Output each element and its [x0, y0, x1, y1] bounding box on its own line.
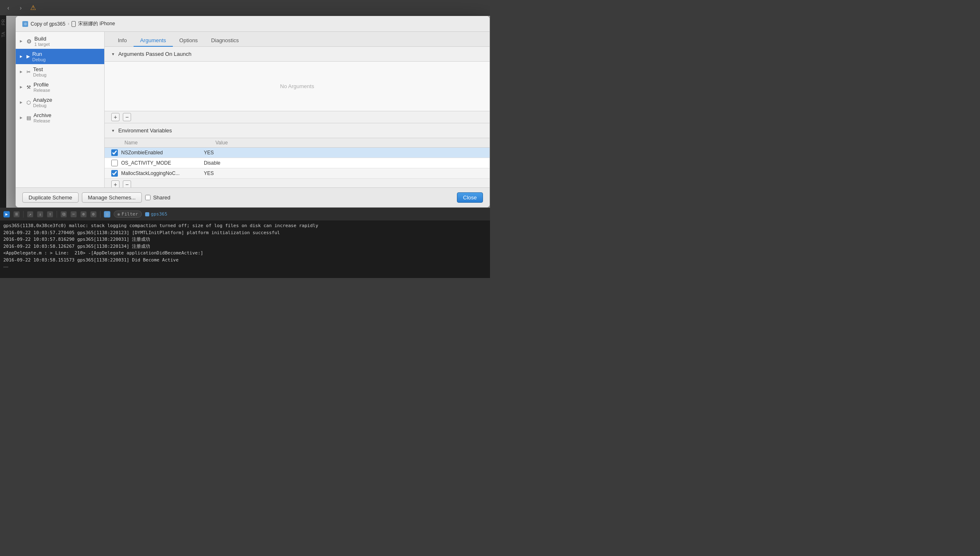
arguments-section-title: Arguments Passed On Launch — [118, 51, 191, 57]
console-step-out-button[interactable]: ↑ — [47, 211, 53, 218]
console-scheme-icon: ◎ — [104, 211, 110, 218]
console-scissors-button[interactable]: ✂ — [70, 211, 77, 218]
console-pause-button[interactable]: ⏸ — [13, 211, 20, 218]
profile-icon: ⚒ — [26, 84, 31, 90]
shared-label: Shared — [153, 194, 170, 201]
scheme-item-archive[interactable]: ▶ ▤ Archive Release — [16, 110, 104, 125]
env-section-header[interactable]: ▼ Environment Variables — [105, 123, 490, 138]
args-area: No Arguments — [105, 62, 490, 111]
scheme-item-run[interactable]: ▶ ▶ Run Debug — [16, 49, 104, 64]
console-location-button[interactable]: ⊕ — [80, 211, 87, 218]
top-toolbar: ‹ › ⚠ — [0, 0, 490, 16]
modal-body: ▶ ⚙ Build 1 target ▶ ▶ Run Debug — [16, 32, 490, 187]
modal-overlay: ◎ Copy of gps365 › 宋丽娜的 iPhone ▶ ⚙ Build… — [0, 16, 490, 208]
env-row-malloc[interactable]: MallocStackLoggingNoC... YES — [105, 168, 490, 179]
scheme-item-profile-label: Profile Release — [33, 81, 100, 93]
env-remove-button[interactable]: − — [123, 180, 131, 187]
env-name-nszombie: NSZombieEnabled — [121, 150, 204, 156]
shared-container: Shared — [145, 194, 170, 201]
panel-content: ▼ Arguments Passed On Launch No Argument… — [105, 47, 490, 187]
console-copy-button[interactable]: ⧉ — [60, 211, 67, 218]
env-name-activity-mode: OS_ACTIVITY_MODE — [121, 160, 204, 166]
tab-options[interactable]: Options — [173, 35, 205, 47]
scheme-item-build-label: Build 1 target — [34, 36, 100, 47]
console-filter[interactable]: ◉ Filter — [114, 211, 142, 218]
scheme-item-build[interactable]: ▶ ⚙ Build 1 target — [16, 34, 104, 49]
right-panel: Info Arguments Options Diagnostics ▼ Arg… — [105, 32, 490, 187]
env-checkbox-activity-mode[interactable] — [111, 160, 118, 166]
env-checkbox-nszombie[interactable] — [111, 149, 118, 156]
scheme-icon: ◎ — [22, 21, 28, 27]
tab-bar: Info Arguments Options Diagnostics — [105, 32, 490, 47]
scheme-item-test[interactable]: ▶ ✂ Test Debug — [16, 64, 104, 79]
arguments-section-header[interactable]: ▼ Arguments Passed On Launch — [105, 47, 490, 62]
console-step-over-button[interactable]: ↗ — [27, 211, 33, 218]
env-col-name-header: Name — [124, 140, 215, 146]
scheme-arrow-analyze: ▶ — [20, 101, 24, 104]
nav-forward-button[interactable]: › — [16, 3, 26, 13]
warning-icon: ⚠ — [28, 3, 38, 13]
tab-info[interactable]: Info — [111, 35, 134, 47]
scheme-item-analyze-label: Analyze Debug — [33, 97, 100, 108]
console-play-button[interactable]: ▶ — [3, 211, 10, 218]
device-icon — [72, 21, 76, 27]
scheme-arrow-run: ▶ — [20, 55, 24, 58]
breadcrumb-device: 宋丽娜的 iPhone — [78, 20, 115, 27]
modal-footer: Duplicate Scheme Manage Schemes... Share… — [16, 187, 490, 207]
scheme-editor-modal: ◎ Copy of gps365 › 宋丽娜的 iPhone ▶ ⚙ Build… — [15, 16, 490, 208]
close-button[interactable]: Close — [457, 192, 483, 203]
filter-icon: ◉ — [117, 212, 120, 216]
scheme-arrow-archive: ▶ — [20, 116, 24, 120]
console-step-into-button[interactable]: ↓ — [37, 211, 43, 218]
scheme-item-archive-label: Archive Release — [33, 112, 100, 123]
nav-back-button[interactable]: ‹ — [3, 3, 13, 13]
run-icon: ▶ — [26, 54, 30, 59]
console-line-5: <AppDelegate.m : > Line: 210> -[AppDeleg… — [3, 250, 487, 257]
tab-arguments[interactable]: Arguments — [134, 35, 173, 47]
env-add-button[interactable]: + — [111, 180, 120, 187]
manage-schemes-button[interactable]: Manage Schemes... — [82, 192, 142, 203]
env-value-malloc: YES — [204, 170, 483, 176]
args-add-button[interactable]: + — [111, 113, 120, 121]
env-add-remove-bar: + − — [105, 179, 490, 187]
scheme-item-analyze[interactable]: ▶ ⬡ Analyze Debug — [16, 95, 104, 110]
env-name-malloc: MallocStackLoggingNoC... — [121, 170, 204, 176]
console-line-1: gps365(1138,0x38ce3fc0) malloc: stack lo… — [3, 223, 487, 230]
modal-header: ◎ Copy of gps365 › 宋丽娜的 iPhone — [16, 16, 490, 32]
scheme-item-test-label: Test Debug — [33, 66, 100, 77]
test-icon: ✂ — [26, 69, 31, 75]
breadcrumb: ◎ Copy of gps365 › 宋丽娜的 iPhone — [22, 20, 115, 27]
scheme-item-profile[interactable]: ▶ ⚒ Profile Release — [16, 79, 104, 95]
console-divider-2 — [57, 211, 57, 218]
scheme-arrow-test: ▶ — [20, 70, 24, 74]
console-line-3: 2016-09-22 10:03:57.816290 gps365[1138:2… — [3, 236, 487, 243]
console-divider-1 — [23, 211, 24, 218]
scheme-list: ▶ ⚙ Build 1 target ▶ ▶ Run Debug — [16, 32, 105, 187]
console-line-6: 2016-09-22 10:03:58.151573 gps365[1138:2… — [3, 257, 487, 264]
arguments-triangle: ▼ — [111, 52, 115, 56]
env-col-value-header: Value — [215, 140, 483, 146]
tab-diagnostics[interactable]: Diagnostics — [204, 35, 245, 47]
env-triangle: ▼ — [111, 129, 115, 133]
env-table-header: Name Value — [105, 138, 490, 148]
env-row-nszombie[interactable]: NSZombieEnabled YES — [105, 148, 490, 158]
scheme-item-run-label: Run Debug — [32, 51, 100, 62]
shared-checkbox[interactable] — [145, 195, 151, 200]
env-section-title: Environment Variables — [118, 127, 172, 134]
breadcrumb-separator: › — [68, 22, 69, 26]
console-settings-button[interactable]: ⚙ — [90, 211, 97, 218]
env-checkbox-malloc[interactable] — [111, 170, 118, 177]
archive-icon: ▤ — [26, 115, 31, 121]
analyze-icon: ⬡ — [26, 100, 31, 105]
console-line-2: 2016-09-22 10:03:57.270405 gps365[1138:2… — [3, 230, 487, 237]
breadcrumb-scheme: Copy of gps365 — [31, 21, 65, 27]
env-row-activity-mode[interactable]: OS_ACTIVITY_MODE Disable — [105, 158, 490, 168]
console-line-4: 2016-09-22 10:03:58.126267 gps365[1138:2… — [3, 243, 487, 250]
args-remove-button[interactable]: − — [123, 113, 131, 121]
env-value-activity-mode: Disable — [204, 160, 483, 166]
console: ▶ ⏸ ↗ ↓ ↑ ⧉ ✂ ⊕ ⚙ ◎ ◉ Filter gps365 gps3… — [0, 208, 490, 278]
scheme-arrow-profile: ▶ — [20, 85, 24, 89]
build-icon: ⚙ — [26, 38, 32, 45]
duplicate-scheme-button[interactable]: Duplicate Scheme — [22, 192, 79, 203]
no-args-text: No Arguments — [280, 83, 314, 89]
